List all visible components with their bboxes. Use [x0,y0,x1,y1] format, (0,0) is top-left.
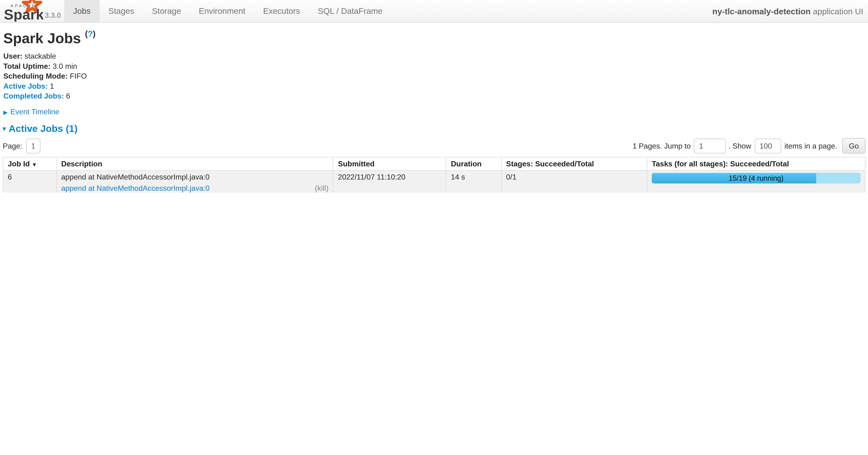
active-jobs-pagination-top: Page:1 Pages. Jump to. Showitems in a pa… [0,138,868,153]
summary-item: Total Uptime: 3.0 min [3,62,868,71]
application-ui-suffix: application UI [811,6,863,16]
nav-tab-storage[interactable]: Storage [143,0,190,22]
summary-item: Scheduling Mode: FIFO [3,72,868,81]
application-title: ny-tlc-anomaly-detection application UI [712,6,868,16]
event-timeline-toggle[interactable]: ▶Event Timeline [3,108,868,116]
sort-descending-icon: ▾ [31,161,36,167]
svg-text:Spark: Spark [4,6,43,22]
summary-label: Scheduling Mode: [3,72,68,80]
summary-label[interactable]: Active Jobs: [3,82,48,90]
job-description-text: append at NativeMethodAccessorImpl.java:… [61,173,329,181]
go-button[interactable]: Go [842,138,865,153]
job-row: 6append at NativeMethodAccessorImpl.java… [3,170,865,193]
column-header-submitted[interactable]: Submitted [333,157,446,171]
collapsed-arrow-icon: ▶ [3,109,7,115]
nav-tab-executors[interactable]: Executors [254,0,309,22]
summary-value: 6 [66,92,70,100]
active-jobs-table: Job Id ▾DescriptionSubmittedDurationStag… [3,157,865,193]
description-cell: append at NativeMethodAccessorImpl.java:… [57,170,333,193]
duration-cell: 14 s [446,170,501,193]
page-label: Page: [3,142,22,150]
column-header-description[interactable]: Description [57,157,333,171]
summary-value: 3.0 min [53,62,77,70]
summary-label[interactable]: Completed Jobs: [3,92,64,100]
pagination-bar: Page:1 Pages. Jump to. Showitems in a pa… [3,138,865,153]
pagination-left: Page: [3,138,40,153]
column-header-tasks-for-all-stages-[interactable]: Tasks (for all stages): Succeeded/Total [647,157,865,171]
show-text: . Show [728,142,751,150]
summary-value: stackable [25,52,56,60]
summary-label: Total Uptime: [3,62,51,70]
nav-tab-jobs[interactable]: Jobs [64,0,99,22]
stages-cell: 0/1 [501,170,647,193]
spark-jobs-page: APACHE Spark 3.3.0 JobsStagesStorageEnvi… [0,0,868,193]
job-summary-list: User: stackableTotal Uptime: 3.0 minSche… [3,52,868,101]
table-header-row: Job Id ▾DescriptionSubmittedDurationStag… [3,157,865,171]
job-id-cell: 6 [3,170,57,193]
items-per-page-input[interactable] [754,138,781,153]
nav-tab-environment[interactable]: Environment [190,0,254,22]
summary-item: Active Jobs: 1 [3,82,868,91]
summary-item: User: stackable [3,52,868,61]
nav-tab-stages[interactable]: Stages [99,0,143,22]
application-name: ny-tlc-anomaly-detection [712,6,811,16]
nav-tabs: JobsStagesStorageEnvironmentExecutorsSQL… [64,0,392,22]
job-description-line2: append at NativeMethodAccessorImpl.java:… [61,184,329,192]
summary-label: User: [3,52,23,60]
column-header-stages[interactable]: Stages: Succeeded/Total [501,157,647,171]
page-title: Spark Jobs (?) [3,30,868,47]
page-title-text: Spark Jobs [3,30,81,47]
tasks-progress-bar: 15/19 (4 running) [652,173,860,183]
help-tooltip[interactable]: (?) [85,29,95,38]
page-number-input[interactable] [26,138,40,153]
submitted-cell: 2022/11/07 11:10:20 [333,170,446,193]
summary-value: FIFO [70,72,87,80]
spark-logo-image: APACHE Spark [3,0,43,22]
jump-to-page-input[interactable] [694,138,726,153]
active-jobs-heading-text: Active Jobs (1) [9,123,78,134]
job-detail-link[interactable]: append at NativeMethodAccessorImpl.java:… [61,184,210,192]
column-header-job-id[interactable]: Job Id ▾ [3,157,57,171]
question-mark-icon[interactable]: ? [88,29,93,38]
total-pages-text: 1 Pages. Jump to [632,142,690,150]
expanded-arrow-icon: ▾ [3,125,6,132]
help-paren-close: ) [93,29,96,38]
summary-value: 1 [50,82,54,90]
column-header-duration[interactable]: Duration [446,157,501,171]
kill-job-link[interactable]: (kill) [315,184,329,192]
spark-logo: APACHE Spark 3.3.0 [0,0,64,22]
nav-tab-sql-dataframe[interactable]: SQL / DataFrame [309,0,392,22]
navbar: APACHE Spark 3.3.0 JobsStagesStorageEnvi… [0,0,868,23]
active-jobs-heading[interactable]: ▾Active Jobs (1) [3,123,868,135]
progress-label: 15/19 (4 running) [652,173,860,183]
spark-version: 3.3.0 [45,11,61,19]
items-in-page-text: items in a page. [784,142,837,150]
pagination-right: 1 Pages. Jump to. Showitems in a page.Go [632,138,865,153]
tasks-cell: 15/19 (4 running) [647,170,865,193]
event-timeline-label: Event Timeline [10,108,59,116]
summary-item: Completed Jobs: 6 [3,92,868,101]
